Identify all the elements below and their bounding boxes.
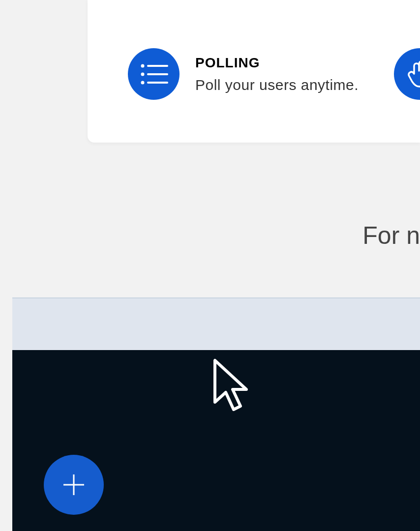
feature-text-polling: POLLING Poll your users anytime. (195, 55, 359, 93)
lower-section (12, 297, 420, 531)
polling-icon-circle (128, 48, 180, 100)
svg-point-0 (141, 64, 144, 67)
polling-description: Poll your users anytime. (195, 77, 359, 93)
feature-item-polling: POLLING Poll your users anytime. (128, 48, 359, 100)
add-button[interactable] (44, 455, 104, 515)
section-heading: For n (362, 221, 420, 250)
dark-panel (12, 350, 420, 531)
feature-row: POLLING Poll your users anytime. (128, 48, 420, 100)
svg-point-4 (141, 81, 144, 84)
svg-point-2 (141, 72, 144, 76)
light-header-bar (12, 297, 420, 350)
cursor-icon (210, 358, 249, 418)
feature-card: POLLING Poll your users anytime. (88, 0, 420, 143)
polling-title: POLLING (195, 55, 359, 71)
hand-icon (407, 60, 420, 88)
plus-icon (61, 472, 86, 497)
list-icon (140, 62, 168, 87)
